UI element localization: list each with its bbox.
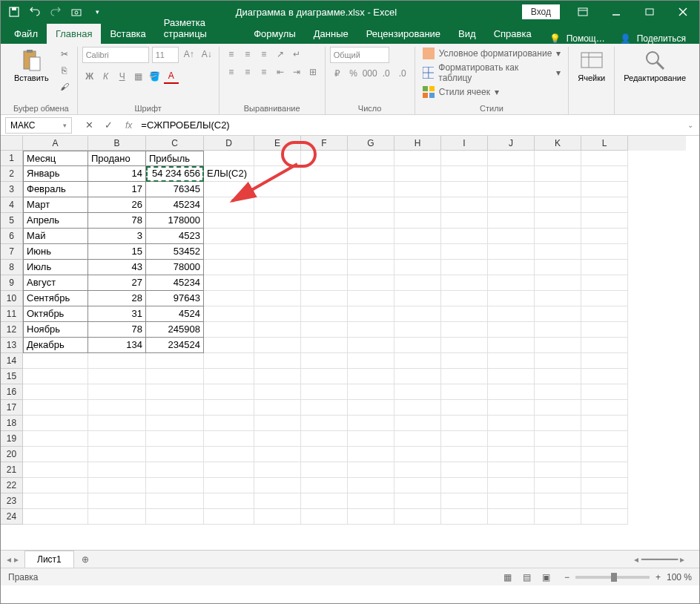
cell-B20[interactable] [88, 447, 146, 462]
increase-indent-icon[interactable]: ⇥ [289, 65, 304, 79]
cell-H24[interactable] [394, 509, 441, 525]
editing-button[interactable]: Редактирование [619, 47, 690, 84]
normal-view-icon[interactable]: ▦ [499, 570, 517, 585]
cell-H16[interactable] [394, 384, 441, 400]
cell-B14[interactable] [88, 353, 146, 369]
row-header-8[interactable]: 8 [1, 260, 23, 275]
cell-D24[interactable] [204, 509, 254, 525]
cell-D6[interactable] [204, 229, 254, 244]
row-header-13[interactable]: 13 [1, 338, 23, 353]
enter-formula-icon[interactable]: ✓ [102, 119, 115, 131]
percent-icon[interactable]: % [346, 66, 361, 81]
cell-J20[interactable] [488, 447, 535, 462]
fx-icon[interactable]: fx [121, 120, 136, 131]
cell-G6[interactable] [348, 229, 394, 244]
cell-L10[interactable] [581, 291, 628, 306]
ribbon-display-icon[interactable] [566, 1, 599, 23]
cell-L18[interactable] [581, 416, 628, 431]
qat-dropdown-icon[interactable]: ▾ [90, 4, 105, 19]
cell-C9[interactable]: 45234 [146, 275, 204, 291]
cell-D9[interactable] [204, 275, 254, 291]
cell-G1[interactable] [348, 151, 394, 166]
cell-C4[interactable]: 45234 [146, 197, 204, 213]
cell-E6[interactable] [254, 229, 301, 244]
tab-page-layout[interactable]: Разметка страницы [155, 13, 245, 44]
tab-file[interactable]: Файл [5, 24, 47, 44]
column-header-A[interactable]: A [23, 136, 88, 151]
cell-B16[interactable] [88, 384, 146, 400]
cell-H1[interactable] [394, 151, 441, 166]
cell-K21[interactable] [535, 462, 581, 478]
row-header-23[interactable]: 23 [1, 493, 23, 509]
row-header-2[interactable]: 2 [1, 166, 23, 182]
decrease-decimal-icon[interactable]: .0 [395, 66, 410, 81]
cell-E11[interactable] [254, 306, 301, 322]
cell-L8[interactable] [581, 260, 628, 275]
cell-B22[interactable] [88, 478, 146, 493]
row-header-20[interactable]: 20 [1, 447, 23, 462]
cell-J3[interactable] [488, 182, 535, 197]
cell-J1[interactable] [488, 151, 535, 166]
cancel-formula-icon[interactable]: ✕ [82, 119, 96, 131]
cell-K13[interactable] [535, 338, 581, 353]
align-top-icon[interactable]: ≡ [224, 47, 239, 62]
cell-L22[interactable] [581, 478, 628, 493]
cell-E4[interactable] [254, 197, 301, 213]
cell-C16[interactable] [146, 384, 204, 400]
cell-A4[interactable]: Март [23, 197, 88, 213]
cell-B24[interactable] [88, 509, 146, 525]
close-icon[interactable] [666, 1, 699, 23]
cell-I15[interactable] [441, 369, 488, 384]
cell-H2[interactable] [394, 166, 441, 182]
cell-L12[interactable] [581, 322, 628, 338]
cell-styles-button[interactable]: Стили ячеек▾ [420, 85, 564, 99]
row-header-17[interactable]: 17 [1, 400, 23, 416]
cell-E15[interactable] [254, 369, 301, 384]
column-header-E[interactable]: E [254, 136, 301, 151]
font-size-combo[interactable]: 11 [152, 47, 179, 63]
cell-K3[interactable] [535, 182, 581, 197]
align-middle-icon[interactable]: ≡ [240, 47, 255, 62]
orientation-icon[interactable]: ↗ [273, 47, 288, 62]
cell-D1[interactable] [204, 151, 254, 166]
cell-A16[interactable] [23, 384, 88, 400]
cell-J8[interactable] [488, 260, 535, 275]
tab-review[interactable]: Рецензирование [357, 24, 449, 44]
cell-B19[interactable] [88, 431, 146, 447]
cell-E10[interactable] [254, 291, 301, 306]
cell-F9[interactable] [301, 275, 348, 291]
cell-K16[interactable] [535, 384, 581, 400]
cell-L1[interactable] [581, 151, 628, 166]
cell-F4[interactable] [301, 197, 348, 213]
cell-F19[interactable] [301, 431, 348, 447]
cell-D14[interactable] [204, 353, 254, 369]
cell-J24[interactable] [488, 509, 535, 525]
copy-icon[interactable]: ⎘ [56, 63, 73, 78]
cell-L4[interactable] [581, 197, 628, 213]
cell-J18[interactable] [488, 416, 535, 431]
camera-icon[interactable] [69, 4, 84, 19]
cell-G21[interactable] [348, 462, 394, 478]
cell-I24[interactable] [441, 509, 488, 525]
cell-E7[interactable] [254, 244, 301, 260]
cell-I1[interactable] [441, 151, 488, 166]
cell-J9[interactable] [488, 275, 535, 291]
cell-C20[interactable] [146, 447, 204, 462]
cell-J13[interactable] [488, 338, 535, 353]
row-header-3[interactable]: 3 [1, 182, 23, 197]
cell-L9[interactable] [581, 275, 628, 291]
increase-font-icon[interactable]: A↑ [182, 47, 197, 62]
cell-C8[interactable]: 78000 [146, 260, 204, 275]
cell-K15[interactable] [535, 369, 581, 384]
zoom-out-icon[interactable]: − [564, 572, 569, 582]
cell-K24[interactable] [535, 509, 581, 525]
cell-K14[interactable] [535, 353, 581, 369]
cell-E2[interactable] [254, 166, 301, 182]
cell-K12[interactable] [535, 322, 581, 338]
cell-J21[interactable] [488, 462, 535, 478]
increase-decimal-icon[interactable]: .0 [379, 66, 394, 81]
cell-L13[interactable] [581, 338, 628, 353]
tab-home[interactable]: Главная [47, 24, 101, 44]
tab-data[interactable]: Данные [305, 24, 357, 44]
cell-F5[interactable] [301, 213, 348, 229]
